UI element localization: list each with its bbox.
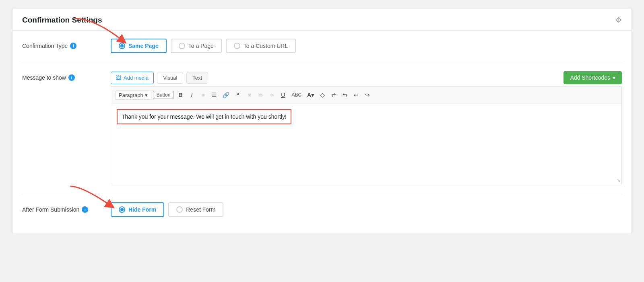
- toolbar-indent[interactable]: ⇄: [329, 90, 339, 100]
- editor-content-wrapper: Thank you for your message. We will get …: [111, 103, 621, 184]
- radio-dot-reset-form: [176, 206, 183, 213]
- editor-toolbar: Paragraph ▾ Button B I ≡ ☰ 🔗 ❝ ≡ ≡ ≡ U: [111, 86, 622, 103]
- add-media-button[interactable]: 🖼 Add media: [111, 72, 154, 84]
- panel-body: Confirmation Type i Same Page To a Page …: [12, 31, 632, 233]
- toolbar-outdent[interactable]: ⇆: [340, 90, 350, 100]
- paragraph-select[interactable]: Paragraph ▾: [115, 91, 151, 100]
- toolbar-undo[interactable]: ↩: [351, 90, 361, 100]
- toolbar-underline[interactable]: U: [278, 90, 288, 100]
- after-form-submission-row: After Form Submission i Hide Form Reset …: [22, 202, 622, 217]
- paragraph-dropdown-icon: ▾: [145, 92, 148, 98]
- message-top-bar: 🖼 Add media Visual Text Add Shortcodes ▾: [111, 71, 622, 84]
- radio-dot-same-page: [119, 43, 125, 49]
- after-form-reset-form[interactable]: Reset Form: [168, 202, 223, 217]
- confirmation-type-info-icon[interactable]: i: [70, 43, 76, 49]
- toolbar-blockquote[interactable]: ❝: [233, 90, 243, 100]
- tab-text-button[interactable]: Text: [186, 72, 208, 84]
- confirmation-type-to-a-page[interactable]: To a Page: [171, 39, 222, 53]
- toolbar-align-left[interactable]: ≡: [244, 90, 254, 100]
- panel-header: Confirmation Settings ⚙: [12, 8, 632, 31]
- message-to-show-label: Message to show i: [22, 71, 111, 81]
- confirmation-settings-panel: Confirmation Settings ⚙ Confirmation Typ…: [12, 8, 632, 233]
- message-to-show-row: Message to show i 🖼 Add media Visual: [22, 71, 622, 184]
- add-media-icon: 🖼: [116, 75, 121, 81]
- chevron-down-icon: ▾: [613, 74, 615, 81]
- after-form-hide-form[interactable]: Hide Form: [111, 202, 164, 217]
- toolbar-strikethrough[interactable]: ABC: [289, 90, 303, 100]
- divider-2: [22, 194, 622, 194]
- toolbar-ordered-list[interactable]: ☰: [209, 90, 219, 100]
- editor-area: Thank you for your message. We will get …: [111, 103, 622, 184]
- toolbar-text-color[interactable]: A▾: [305, 90, 316, 100]
- confirmation-type-row: Confirmation Type i Same Page To a Page …: [22, 39, 622, 53]
- confirmation-type-controls: Same Page To a Page To a Custom URL: [111, 39, 296, 53]
- toolbar-redo[interactable]: ↪: [363, 90, 372, 100]
- radio-dot-hide-form: [119, 206, 125, 213]
- message-section: 🖼 Add media Visual Text Add Shortcodes ▾: [111, 71, 622, 184]
- toolbar-bold[interactable]: B: [175, 90, 185, 100]
- tab-visual-button[interactable]: Visual: [157, 72, 183, 84]
- confirmation-type-same-page[interactable]: Same Page: [111, 39, 167, 53]
- toolbar-unordered-list[interactable]: ≡: [198, 90, 208, 100]
- editor-highlighted-text: Thank you for your message. We will get …: [117, 109, 291, 124]
- gear-icon[interactable]: ⚙: [615, 16, 622, 25]
- divider-1: [22, 63, 622, 63]
- message-top-left: 🖼 Add media Visual Text: [111, 72, 208, 84]
- radio-dot-to-custom-url: [234, 43, 240, 49]
- toolbar-align-right[interactable]: ≡: [267, 90, 277, 100]
- panel-title: Confirmation Settings: [22, 16, 102, 25]
- toolbar-button-item[interactable]: Button: [153, 91, 174, 99]
- after-form-submission-info-icon[interactable]: i: [82, 206, 88, 213]
- toolbar-remove-format[interactable]: ◇: [318, 90, 327, 100]
- confirmation-type-to-custom-url[interactable]: To a Custom URL: [226, 39, 296, 53]
- toolbar-link[interactable]: 🔗: [221, 90, 231, 100]
- radio-dot-to-a-page: [179, 43, 185, 49]
- toolbar-italic[interactable]: I: [187, 90, 196, 100]
- toolbar-align-center[interactable]: ≡: [256, 90, 265, 100]
- after-form-submission-controls: Hide Form Reset Form: [111, 202, 223, 217]
- add-shortcodes-button[interactable]: Add Shortcodes ▾: [564, 71, 622, 84]
- confirmation-type-label: Confirmation Type i: [22, 39, 111, 49]
- editor-resize-handle[interactable]: ↘: [617, 177, 621, 183]
- after-form-submission-label: After Form Submission i: [22, 202, 111, 213]
- message-to-show-info-icon[interactable]: i: [68, 74, 75, 81]
